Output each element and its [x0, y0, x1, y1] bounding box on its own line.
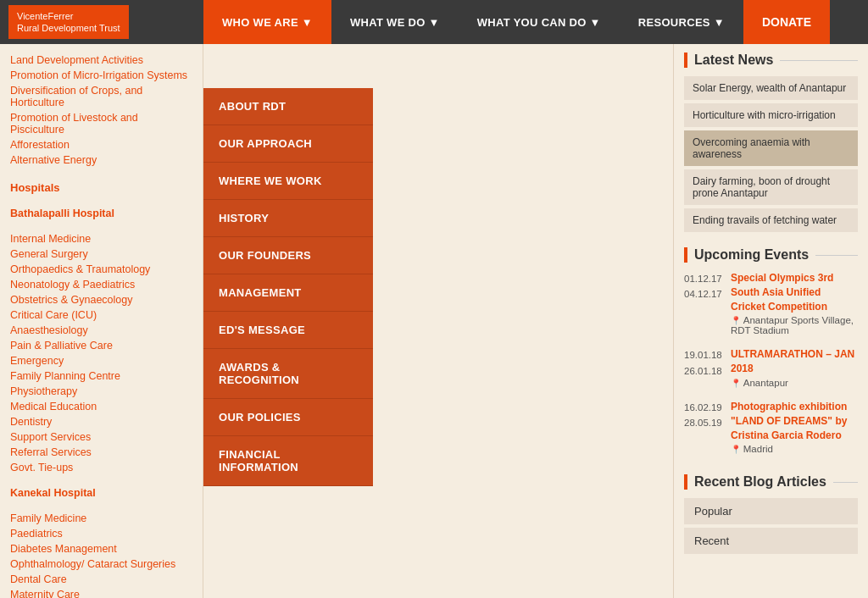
sidebar-link-afforestation[interactable]: Afforestation [0, 137, 203, 152]
sidebar-link-land[interactable]: Land Development Activities [0, 53, 203, 68]
events-title: Upcoming Events [684, 247, 858, 263]
event-2-location: Anantapur [731, 378, 858, 388]
nav-what-you-can-do[interactable]: WHAT YOU CAN DO ▼ [459, 0, 620, 44]
event-1: 01.12.17 04.12.17 Special Olympics 3rd S… [684, 271, 858, 335]
logo-box[interactable]: VicenteFerrer Rural Development Trust [8, 5, 129, 40]
sidebar-link-med-edu[interactable]: Medical Education [0, 399, 203, 414]
dropdown-management[interactable]: MANAGEMENT [203, 274, 373, 312]
sidebar: Land Development Activities Promotion of… [0, 44, 203, 598]
blog-tab-recent[interactable]: Recent [684, 528, 858, 554]
event-1-details: Special Olympics 3rd South Asia Unified … [731, 271, 858, 335]
sidebar-link-govt[interactable]: Govt. Tie-ups [0, 460, 203, 475]
donate-button[interactable]: DONATE [743, 0, 830, 44]
news-item-solar[interactable]: Solar Energy, wealth of Anantapur [684, 76, 858, 100]
sidebar-link-family-med[interactable]: Family Medicine [0, 511, 203, 526]
sidebar-link-crops[interactable]: Diversification of Crops, and Horticultu… [0, 83, 203, 110]
sidebar-link-referral[interactable]: Referral Services [0, 445, 203, 460]
event-3-dates: 16.02.19 28.05.19 [684, 400, 731, 454]
sidebar-link-ophthalmology[interactable]: Ophthalmology/ Cataract Surgeries [0, 556, 203, 572]
sidebar-link-family-planning[interactable]: Family Planning Centre [0, 368, 203, 384]
event-3: 16.02.19 28.05.19 Photographic exhibitio… [684, 400, 858, 454]
event-2-details: ULTRAMARATHON – JAN 2018 Anantapur [731, 347, 858, 388]
sidebar-link-energy[interactable]: Alternative Energy [0, 152, 203, 168]
nav-what-we-do[interactable]: WHAT WE DO ▼ [331, 0, 459, 44]
event-2: 19.01.18 26.01.18 ULTRAMARATHON – JAN 20… [684, 347, 858, 388]
event-3-details: Photographic exhibition "LAND OF DREAMS"… [731, 400, 858, 454]
event-1-dates: 01.12.17 04.12.17 [684, 271, 731, 335]
sidebar-link-maternity[interactable]: Maternity Care [0, 587, 203, 598]
dropdown-where[interactable]: WHERE WE WORK [203, 163, 373, 200]
latest-news-title: Latest News [684, 53, 858, 68]
event-2-title[interactable]: ULTRAMARATHON – JAN 2018 [731, 347, 858, 376]
dropdown-financial[interactable]: FINANCIAL INFORMATION [203, 436, 373, 486]
logo-name: VicenteFerrer [17, 10, 120, 22]
blog-tab-popular[interactable]: Popular [684, 498, 858, 524]
event-3-location: Madrid [731, 444, 858, 454]
event-2-dates: 19.01.18 26.01.18 [684, 347, 731, 388]
event-1-location: Anantapur Sports Village, RDT Stadium [731, 315, 858, 335]
sidebar-link-dental[interactable]: Dental Care [0, 572, 203, 587]
sidebar-link-bathalapalli[interactable]: Bathalapalli Hospital [0, 206, 203, 221]
sidebar-link-kanekal[interactable]: Kanekal Hospital [0, 485, 203, 501]
dropdown-policies[interactable]: OUR POLICIES [203, 399, 373, 436]
sidebar-link-diabetes[interactable]: Diabetes Management [0, 541, 203, 556]
sidebar-link-support[interactable]: Support Services [0, 429, 203, 445]
main-content: Land Development Activities Promotion of… [0, 44, 868, 598]
sidebar-link-internal[interactable]: Internal Medicine [0, 231, 203, 246]
nav-who-we-are[interactable]: WHO WE ARE ▼ [203, 0, 331, 44]
dropdown-awards[interactable]: AWARDS & RECOGNITION [203, 349, 373, 399]
sidebar-link-obstetrics[interactable]: Obstetrics & Gynaecology [0, 292, 203, 307]
sidebar-link-pain[interactable]: Pain & Palliative Care [0, 338, 203, 353]
nav-area: WHO WE ARE ▼ WHAT WE DO ▼ WHAT YOU CAN D… [203, 0, 868, 44]
dropdown-about[interactable]: ABOUT RDT [203, 88, 373, 125]
dropdown-founders[interactable]: OUR FOUNDERS [203, 237, 373, 274]
sidebar-link-paediatrics[interactable]: Paediatrics [0, 526, 203, 541]
event-1-title[interactable]: Special Olympics 3rd South Asia Unified … [731, 271, 858, 313]
news-item-water[interactable]: Ending travails of fetching water [684, 208, 858, 232]
sidebar-link-livestock[interactable]: Promotion of Livestock and Pisciculture [0, 110, 203, 137]
blog-title: Recent Blog Articles [684, 474, 858, 490]
sidebar-link-ortho[interactable]: Orthopaedics & Traumatology [0, 262, 203, 277]
logo-sub: Rural Development Trust [17, 22, 120, 34]
sidebar-link-neonato[interactable]: Neonatology & Paediatrics [0, 277, 203, 292]
logo-area: VicenteFerrer Rural Development Trust [0, 0, 203, 44]
dropdown-approach[interactable]: OUR APPROACH [203, 125, 373, 163]
sidebar-link-surgery[interactable]: General Surgery [0, 246, 203, 262]
sidebar-link-anaesthesiology[interactable]: Anaesthesiology [0, 323, 203, 338]
nav-resources[interactable]: RESOURCES ▼ [620, 0, 743, 44]
dropdown-history[interactable]: HISTORY [203, 200, 373, 237]
news-item-horticulture[interactable]: Horticulture with micro-irrigation [684, 103, 858, 127]
header: VicenteFerrer Rural Development Trust WH… [0, 0, 868, 44]
sidebar-link-critical[interactable]: Critical Care (ICU) [0, 307, 203, 323]
news-item-dairy[interactable]: Dairy farming, boon of drought prone Ana… [684, 169, 858, 205]
sidebar-link-micro[interactable]: Promotion of Micro-Irrigation Systems [0, 68, 203, 83]
sidebar-link-dentistry[interactable]: Dentistry [0, 414, 203, 429]
dropdown-eds-message[interactable]: ED'S MESSAGE [203, 312, 373, 349]
who-we-are-dropdown: ABOUT RDT OUR APPROACH WHERE WE WORK HIS… [203, 88, 373, 486]
right-panel: Latest News Solar Energy, wealth of Anan… [673, 44, 868, 598]
event-3-title[interactable]: Photographic exhibition "LAND OF DREAMS"… [731, 400, 858, 442]
sidebar-link-physio[interactable]: Physiotherapy [0, 384, 203, 399]
sidebar-link-emergency[interactable]: Emergency [0, 353, 203, 368]
sidebar-hospitals-header[interactable]: Hospitals [0, 178, 203, 196]
news-item-anaemia[interactable]: Overcoming anaemia with awareness [684, 130, 858, 166]
